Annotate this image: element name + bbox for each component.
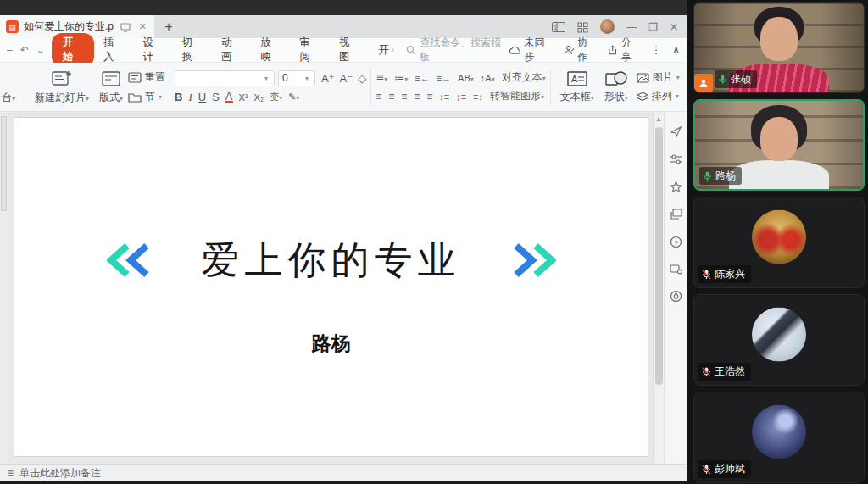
menu-overflow-icon[interactable]: ›: [392, 46, 394, 54]
undo-icon[interactable]: ↶: [20, 44, 29, 56]
align-text-button[interactable]: 对齐文本▾: [502, 70, 546, 85]
menu-tab-design[interactable]: 设计: [133, 33, 172, 67]
participant-tile[interactable]: 路杨: [693, 99, 865, 191]
clear-format-icon[interactable]: ◇: [358, 72, 366, 85]
strikethrough-button[interactable]: S: [212, 91, 220, 103]
pinyin-guide-button[interactable]: 变▾: [270, 91, 282, 103]
participant-tile[interactable]: 彭帅斌: [693, 392, 865, 483]
scrollbar-thumb[interactable]: [655, 127, 663, 385]
decrease-font-icon[interactable]: A⁻: [340, 72, 353, 85]
smart-graphic-button[interactable]: 转智能图形▾: [490, 89, 544, 103]
menu-tab-review[interactable]: 审阅: [291, 33, 330, 67]
arrange-icon: [637, 92, 648, 102]
shapes-icon: [604, 70, 628, 87]
font-color-button[interactable]: A: [225, 92, 233, 103]
ribbon-toolbar: 台▾ 新建幻灯片▾ 版式▾ 重置 节▾: [0, 63, 687, 112]
slide-layout-button[interactable]: 版式▾: [94, 70, 128, 105]
right-tool-rail: ?: [664, 112, 687, 464]
spacing-normal-icon[interactable]: ↨≡: [456, 92, 466, 102]
participant-tile[interactable]: 陈家兴: [693, 197, 865, 288]
sync-status[interactable]: 未同步: [509, 36, 554, 64]
share-button[interactable]: 分享: [608, 36, 640, 64]
text-box-button[interactable]: A 文本框▾: [555, 70, 599, 104]
menu-tab-insert[interactable]: 插入: [94, 33, 133, 67]
close-tab-icon[interactable]: ✕: [137, 21, 148, 32]
menu-tab-view[interactable]: 视图: [330, 33, 369, 67]
properties-sliders-icon[interactable]: [670, 153, 682, 165]
slide-panel-collapsed[interactable]: [0, 112, 8, 464]
align-right-icon[interactable]: ≡: [401, 91, 407, 103]
menu-tab-animation[interactable]: 动画: [212, 33, 251, 67]
scroll-up-icon[interactable]: ▲: [655, 114, 662, 125]
paste-partial-button[interactable]: 台▾: [2, 70, 20, 105]
apps-grid-icon[interactable]: [577, 19, 588, 35]
menu-tab-slideshow[interactable]: 放映: [251, 33, 290, 67]
underline-button[interactable]: U: [198, 91, 206, 103]
window-layout-icon[interactable]: 1: [552, 19, 565, 35]
user-avatar[interactable]: [600, 19, 615, 34]
text-direction-button[interactable]: AB▾: [458, 73, 474, 83]
workspace: 爱上你的专业 路杨 ▲ ?: [0, 112, 687, 464]
help-icon[interactable]: ?: [670, 236, 682, 248]
save-icon[interactable]: –: [7, 44, 13, 56]
increase-font-icon[interactable]: A⁺: [321, 72, 335, 85]
notes-bar[interactable]: ≡ 单击此处添加备注: [0, 464, 687, 481]
participant-avatar: [752, 308, 806, 362]
menu-tab-transition[interactable]: 切换: [173, 33, 212, 67]
section-button[interactable]: 节▾: [128, 90, 165, 104]
arrange-button[interactable]: 排列▾: [637, 89, 680, 103]
collapse-ribbon-icon[interactable]: ∧: [672, 44, 680, 56]
close-window-button[interactable]: ✕: [670, 21, 678, 33]
font-name-combo[interactable]: ▾: [175, 70, 275, 86]
bold-button[interactable]: B: [175, 91, 182, 103]
reset-button[interactable]: 重置: [128, 70, 165, 85]
line-spacing-button[interactable]: ↕A▾: [481, 73, 495, 83]
collaborate-button[interactable]: 协作: [565, 36, 597, 64]
distribute-icon[interactable]: ≡: [426, 91, 432, 103]
increase-indent-icon[interactable]: ≡→: [437, 73, 451, 83]
maximize-button[interactable]: ❐: [648, 21, 658, 33]
new-slide-icon: [51, 70, 73, 88]
spacing-tight-icon[interactable]: ↕≡: [439, 92, 449, 102]
participant-avatar: [752, 210, 806, 264]
justify-icon[interactable]: ≡: [414, 91, 420, 103]
participant-tile[interactable]: 张硕: [693, 2, 865, 93]
vertical-scrollbar[interactable]: ▲: [653, 112, 664, 464]
align-left-icon[interactable]: ≡: [376, 91, 381, 103]
participant-tile[interactable]: 王浩然: [693, 294, 865, 386]
slide-canvas[interactable]: 爱上你的专业 路杨: [14, 117, 648, 457]
participant-avatar: [752, 405, 806, 459]
contact-service-icon[interactable]: [670, 264, 682, 275]
quick-tools-icon[interactable]: [670, 125, 682, 138]
slide-thumbnail[interactable]: [1, 116, 7, 211]
picture-button[interactable]: 图片▾: [637, 70, 680, 85]
bullets-button[interactable]: ≣▾: [376, 72, 387, 84]
font-size-combo[interactable]: 0▾: [278, 70, 315, 86]
menu-bar: – ↶ ⌄ 开始 插入 设计 切换 动画 放映 审阅 视图 开 › 查找命令、搜…: [0, 38, 687, 63]
menu-tab-home[interactable]: 开始: [52, 33, 94, 67]
shapes-button[interactable]: 形状▾: [599, 70, 633, 104]
spacing-loose-icon[interactable]: ≡↕: [473, 92, 483, 102]
numbering-button[interactable]: ≔▾: [394, 72, 408, 84]
italic-button[interactable]: I: [188, 91, 192, 104]
new-slide-button[interactable]: 新建幻灯片▾: [30, 70, 94, 105]
superscript-button[interactable]: X²: [239, 92, 248, 103]
section-icon: [128, 92, 142, 103]
more-options-icon[interactable]: ⋮: [651, 44, 661, 56]
skill-badge-icon[interactable]: [670, 290, 682, 303]
windows-stack-icon[interactable]: [670, 209, 682, 220]
slide-title-row: 爱上你的专业: [14, 235, 648, 286]
effects-star-icon[interactable]: [670, 181, 682, 193]
align-center-icon[interactable]: ≡: [388, 91, 394, 103]
command-search[interactable]: 查找命令、搜索模板: [406, 36, 509, 64]
mic-on-icon: [718, 75, 727, 85]
screen-share-icon[interactable]: [119, 21, 132, 32]
slide-title[interactable]: 爱上你的专业: [202, 235, 461, 286]
redo-dropdown-icon[interactable]: ⌄: [36, 44, 45, 56]
notes-icon: ≡: [8, 467, 14, 479]
slide-author[interactable]: 路杨: [14, 331, 648, 357]
decrease-indent-icon[interactable]: ≡←: [415, 73, 429, 83]
subscript-button[interactable]: X₂: [254, 92, 264, 103]
minimize-button[interactable]: —: [626, 21, 637, 33]
highlight-button[interactable]: ✎▾: [288, 92, 299, 103]
